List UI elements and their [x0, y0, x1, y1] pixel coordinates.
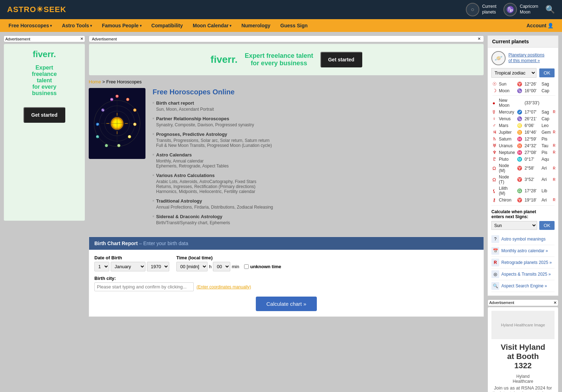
min-select[interactable]: 00153045: [213, 262, 230, 271]
planet-symbol: ⚸: [491, 185, 498, 197]
time-group: Time (local time) 00 [midn]0112 h 001530…: [176, 255, 281, 271]
site-logo[interactable]: ASTRO☀SEEK: [7, 5, 66, 14]
site-header: ASTRO☀SEEK ○ Currentplanets ♑ CapricornM…: [0, 0, 562, 19]
svg-text:♏: ♏: [96, 135, 99, 138]
planet-name: Neptune: [498, 149, 516, 156]
city-row: (Enter coordinates manually): [94, 282, 478, 291]
planet-deg: 17°28': [523, 185, 540, 197]
planet-name: New Moon: [498, 97, 516, 109]
section-partner: Partner Relationship Horoscopes Synastry…: [153, 116, 273, 127]
link-aspects-transits: ◎ Aspects & Transits 2025 »: [491, 269, 555, 280]
svg-text:♐: ♐: [96, 122, 99, 126]
planet-sign: Sag: [540, 81, 552, 87]
planet-sign: Gem: [540, 129, 552, 136]
top-ad-banner: fiverr. Expert freelance talent for ever…: [89, 44, 484, 76]
unknown-time-checkbox[interactable]: [244, 264, 249, 269]
planet-row: ♂ Mars ♌ 6°06' Leo: [491, 122, 556, 129]
search-button[interactable]: 🔍: [545, 5, 555, 14]
time-row: 00 [midn]0112 h 00153045 min unknown tim…: [176, 262, 281, 271]
planet-deg: 12°59': [523, 136, 540, 142]
section-item-1: Full & New Moon Transits, Progressed Moo…: [153, 143, 273, 148]
planet-sign: [540, 97, 552, 109]
section-title: Various Astro Calculations: [153, 173, 273, 178]
month-select[interactable]: JanuaryFebruaryMarch AprilMayJune JulyAu…: [111, 262, 145, 271]
ad-right-close[interactable]: ✕: [553, 300, 557, 305]
planet-sign-sym: ♈: [516, 174, 523, 185]
astro-chart-svg: ♈ ♉ ♊ ♋ ♌ ♍ ♎ ♏ ♐ ♑ ♒: [92, 92, 142, 155]
hyland-body: Join us as at RSNA 2024 for the latest d…: [491, 385, 555, 392]
nav-famous-people[interactable]: Famous People ▾: [97, 19, 146, 32]
zodiac-row: Tropical zodiac Sidereal zodiac OK: [491, 68, 555, 78]
zodiac-ok-btn[interactable]: OK: [539, 68, 555, 77]
day-select[interactable]: 123: [94, 262, 109, 271]
planet-deg: 16°00': [523, 87, 540, 94]
zodiac-select[interactable]: Tropical zodiac Sidereal zodiac: [491, 68, 536, 78]
planet-sign: Pis: [540, 136, 552, 142]
link-astro-symbols: ? Astro symbol meanings: [491, 233, 555, 245]
planet-symbol: ♂: [491, 122, 498, 129]
nav-guess-sign[interactable]: Guess Sign: [275, 19, 313, 32]
astro-symbols-link[interactable]: Astro symbol meanings: [501, 237, 546, 242]
aspects-icon: ◎: [491, 270, 499, 278]
svg-text:♒: ♒: [110, 98, 114, 101]
nav-account[interactable]: Account 👤: [522, 19, 558, 32]
time-label: Time (local time): [176, 255, 281, 260]
year-select[interactable]: 1970: [147, 262, 169, 271]
calculate-chart-btn[interactable]: Calculate chart »: [256, 297, 317, 311]
current-planets-panel: Current planets 🪐 Planetary positionsof …: [487, 35, 558, 296]
planet-symbol: ♅: [491, 142, 498, 149]
enter-coordinates-link[interactable]: (Enter coordinates manually): [197, 285, 251, 289]
aspects-link[interactable]: Aspects & Transits 2025 »: [501, 272, 551, 277]
header-right: ○ Currentplanets ♑ CapricornMoon 🔍: [466, 3, 555, 16]
capricorn-icon: ♑: [503, 3, 517, 16]
planet-name: Sun: [498, 81, 516, 87]
nav-compatibility[interactable]: Compatibility: [147, 19, 188, 32]
planetary-positions-link[interactable]: Planetary positionsof this moment »: [508, 53, 544, 64]
planet-retro: [552, 81, 556, 87]
section-title: Prognoses, Predictive Astrology: [153, 132, 273, 137]
section-title: Sidereal & Draconic Astrology: [153, 214, 273, 219]
planet-sign-sym: ♈: [516, 162, 523, 174]
city-input[interactable]: [94, 282, 194, 291]
current-planets-button[interactable]: ○ Currentplanets: [466, 3, 496, 16]
calc-planet-select[interactable]: SunMoonMercury VenusMarsJupiter: [491, 221, 537, 230]
planet-name: Mars: [498, 122, 516, 129]
nav-astro-tools[interactable]: Astro Tools ▾: [57, 19, 97, 32]
dropdown-arrow: ▾: [90, 24, 92, 28]
svg-text:♈: ♈: [115, 94, 119, 98]
ad-top-close[interactable]: ✕: [478, 37, 481, 41]
monthly-cal-link[interactable]: Monthly astro calendar »: [501, 248, 548, 253]
planet-sign: Ari: [540, 197, 552, 203]
ad-get-started-btn[interactable]: Get started: [23, 107, 65, 123]
planet-name: Pluto: [498, 156, 516, 162]
ad-close[interactable]: ✕: [80, 37, 83, 41]
nav-free-horoscopes[interactable]: Free Horoscopes ▾: [4, 19, 57, 32]
capricorn-moon-button[interactable]: ♑ CapricornMoon: [503, 3, 538, 16]
section-item-2: Harmonics, Midpoints, Heliocentric, Fert…: [153, 189, 273, 194]
hour-suffix: h: [209, 264, 211, 269]
ad-right-label: Advertisement: [489, 300, 514, 305]
aspect-search-link[interactable]: Aspect Search Engine »: [501, 283, 547, 288]
planet-sign-sym: ♑: [516, 115, 523, 122]
retrograde-link[interactable]: Retrograde planets 2025 »: [501, 260, 552, 265]
ad-top-get-started-btn[interactable]: Get started: [320, 52, 362, 67]
calc-ok-btn[interactable]: OK: [539, 221, 555, 230]
planet-retro: R: [552, 162, 556, 174]
hyland-subtitle: HylandHealthcare: [491, 374, 555, 384]
nav-numerology[interactable]: Numerology: [236, 19, 275, 32]
planet-row: Ω Node (T) ♈ 3°52' Ari R: [491, 174, 556, 185]
horoscopes-content: Free Horoscopes Online Birth chart repor…: [153, 88, 273, 230]
nav-moon-calendar[interactable]: Moon Calendar ▾: [188, 19, 236, 32]
planet-icon: ○: [466, 3, 479, 16]
ad-tagline: Expert freelance talent for every busine…: [9, 65, 79, 96]
breadcrumb-home[interactable]: Home: [89, 79, 101, 84]
dob-label: Date of Birth: [94, 255, 169, 260]
hour-select[interactable]: 00 [midn]0112: [176, 262, 208, 271]
section-title: Birth chart report: [153, 100, 273, 106]
form-header: Birth Chart Report – Enter your birth da…: [89, 237, 484, 250]
svg-text:♑: ♑: [101, 108, 105, 112]
section-item-0: Monthly, Annual calendar: [153, 159, 273, 164]
svg-text:♎: ♎: [105, 144, 108, 147]
planet-name: Mercury: [498, 109, 516, 115]
planet-deg: 17°07': [523, 109, 540, 115]
